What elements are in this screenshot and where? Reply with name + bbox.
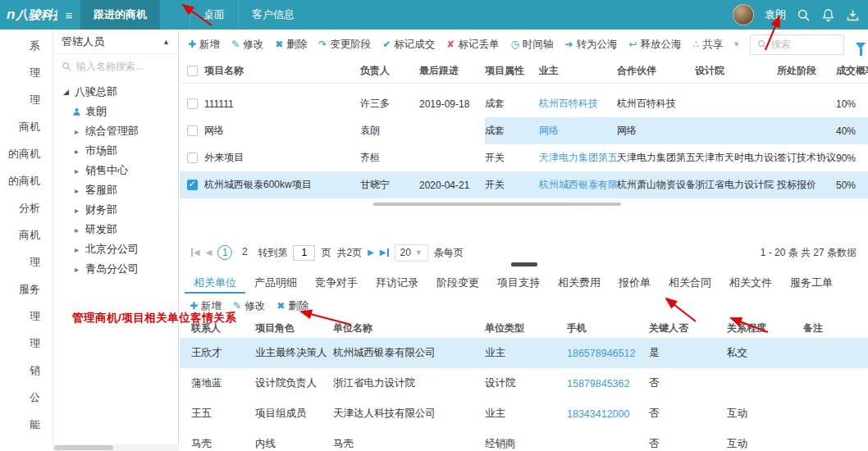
page-size-select[interactable]: 20 ▼ — [395, 244, 428, 262]
left-menu-item[interactable]: 的商机 — [0, 146, 53, 162]
to-sea-button[interactable]: ➔转为公海 — [564, 38, 617, 52]
menu-toggle-icon[interactable]: ≡ — [57, 8, 80, 22]
search-icon[interactable] — [797, 8, 811, 22]
row-checkbox[interactable] — [187, 180, 198, 190]
share-button[interactable]: ∴共享 — [692, 38, 723, 52]
left-menu-item[interactable]: 服务 — [0, 281, 53, 298]
last-page-button[interactable]: ▶ — [380, 248, 389, 257]
tree-item[interactable]: 袁朗 — [53, 102, 178, 121]
user-avatar[interactable] — [733, 4, 754, 25]
left-menu-item[interactable]: 理 — [0, 65, 53, 81]
column-header: 负责人 — [360, 59, 419, 83]
win-button[interactable]: ✔标记成交 — [382, 38, 435, 52]
page-button[interactable]: 2 — [237, 245, 252, 260]
detail-tab[interactable]: 竞争对手 — [306, 271, 367, 294]
goto-page-input[interactable] — [293, 245, 315, 261]
lose-button[interactable]: ✘标记丢单 — [446, 38, 499, 52]
table-search-input[interactable] — [771, 39, 837, 50]
left-menu-item[interactable]: 分析 — [0, 200, 53, 216]
plus-button[interactable]: ✚新增 — [188, 38, 220, 52]
table-row[interactable]: 外来项目齐桓开关天津电力集团第五公司天津电力集团第五公司天津市天时电力设计院有.… — [180, 144, 868, 171]
tree-item[interactable]: ◢八骏总部 — [53, 82, 178, 102]
org-tree: ◢八骏总部袁朗▸综合管理部▸市场部▸销售中心▸客服部▸财务部▸研发部▸北京分公司… — [53, 79, 178, 282]
left-menu-item[interactable]: 能 — [0, 417, 53, 433]
tree-item[interactable]: ▸研发部 — [53, 220, 178, 239]
stage-button[interactable]: ↷变更阶段 — [318, 38, 371, 52]
detail-tab[interactable]: 服务工单 — [781, 271, 842, 294]
tree-item[interactable]: ▸市场部 — [53, 141, 178, 161]
contact-row[interactable]: 马壳内线马壳经销商否互动 — [180, 429, 868, 451]
column-header: 联系人 — [191, 321, 255, 335]
left-menu-item[interactable]: 理 — [0, 254, 53, 271]
table-searchbox[interactable] — [750, 34, 844, 55]
tree-item[interactable]: ▸财务部 — [53, 200, 178, 220]
edit-button[interactable]: ✎修改 — [233, 299, 265, 313]
detail-tab[interactable]: 阶段变更 — [427, 271, 488, 294]
detail-tab[interactable]: 相关单位 — [185, 271, 245, 294]
cell: 项目组成员 — [255, 407, 333, 421]
dropdown-caret-icon[interactable]: ▼ — [733, 40, 740, 48]
detail-tab[interactable]: 相关文件 — [720, 271, 781, 294]
contact-row[interactable]: 王欣才业主最终决策人杭州城西银泰有限公司业主186578946512是私交 — [180, 338, 868, 368]
row-checkbox[interactable] — [187, 125, 198, 136]
next-page-button[interactable]: ▶ — [368, 248, 374, 257]
cell: 袁朗 — [360, 117, 419, 144]
left-menu-item[interactable]: 公 — [0, 390, 53, 406]
tree-item[interactable]: ▸青岛分公司 — [53, 259, 178, 279]
edit-icon: ✎ — [233, 300, 241, 312]
tree-item[interactable]: ▸综合管理部 — [53, 121, 178, 141]
bell-icon[interactable] — [821, 8, 835, 22]
tree-item[interactable]: ▸北京分公司 — [53, 239, 178, 259]
user-name[interactable]: 袁朗 — [765, 7, 786, 22]
contact-row[interactable]: 王五项目组成员天津达人科技有限公司业主18343412000否互动 — [180, 399, 868, 429]
app-logo: n八骏科技 — [0, 7, 57, 23]
download-icon[interactable] — [846, 8, 860, 22]
table-row[interactable]: 111111许三多2019-09-18成套杭州百特科技杭州百特科技10% — [180, 90, 868, 117]
detail-tab[interactable]: 相关合同 — [660, 271, 720, 294]
tree-item-label: 北京分公司 — [85, 242, 139, 257]
left-menu-item[interactable]: 理 — [0, 335, 53, 352]
left-menu-item[interactable]: 的商机 — [0, 173, 53, 189]
left-menu-item[interactable]: 理 — [0, 92, 53, 108]
scrollbar-thumb[interactable] — [54, 445, 113, 450]
select-all-checkbox[interactable] — [187, 66, 198, 76]
table-row[interactable]: 杭州城西银泰600kw项目甘晓宁2020-04-21开关杭州城西银泰有限公司杭州… — [180, 171, 868, 198]
cell: 互动 — [727, 407, 803, 421]
left-menu-item[interactable]: 销 — [0, 362, 53, 379]
detail-tab[interactable]: 相关费用 — [549, 271, 610, 294]
trash-button[interactable]: ✖删除 — [276, 299, 308, 313]
hscrollbar-thumb[interactable] — [373, 203, 621, 206]
left-menu-item[interactable]: 商机 — [0, 119, 53, 135]
detail-tab[interactable]: 项目支持 — [488, 271, 549, 294]
tree-item[interactable]: ▸客服部 — [53, 180, 178, 200]
cell: 业主 — [485, 346, 567, 360]
page-button[interactable]: 1 — [217, 245, 232, 260]
row-checkbox[interactable] — [187, 98, 198, 109]
page-buttons: 12 — [217, 245, 252, 260]
left-menu-item[interactable]: 商机 — [0, 227, 53, 244]
edit-button[interactable]: ✎修改 — [231, 38, 263, 52]
row-checkbox[interactable] — [187, 153, 198, 163]
detail-tab[interactable]: 产品明细 — [245, 271, 306, 294]
tree-item[interactable]: ▸销售中心 — [53, 161, 178, 180]
left-menu-item[interactable]: 理 — [0, 308, 53, 325]
table-row[interactable]: 网络袁朗成套网络网络40% — [180, 117, 868, 144]
staff-search-input[interactable] — [76, 61, 162, 72]
filter-icon[interactable] — [856, 40, 866, 49]
prev-page-button[interactable]: ◀ — [206, 248, 212, 257]
sidebar-scrollbar[interactable] — [53, 444, 179, 451]
release-button[interactable]: ↩释放公海 — [628, 38, 681, 52]
first-page-button[interactable]: ◀ — [191, 248, 200, 257]
left-menu-item[interactable]: 系 — [0, 38, 53, 54]
top-tab[interactable]: 跟进的商机 — [80, 0, 160, 30]
detail-tab[interactable]: 拜访记录 — [367, 271, 427, 294]
contact-row[interactable]: 蒲地蓝设计院负责人浙江省电力设计院设计院15879845362否 — [180, 368, 868, 399]
top-tab[interactable]: 客户信息 — [238, 0, 308, 30]
detail-tab[interactable]: 报价单 — [610, 271, 660, 294]
trash-button[interactable]: ✖删除 — [275, 38, 307, 52]
splitter-handle[interactable] — [511, 262, 537, 266]
collapse-panel-icon[interactable]: ▲ — [162, 38, 170, 46]
clock-button[interactable]: ◷时间轴 — [510, 38, 553, 52]
top-tab[interactable]: 桌面 — [190, 0, 238, 30]
plus-button[interactable]: ✚新增 — [190, 299, 222, 313]
